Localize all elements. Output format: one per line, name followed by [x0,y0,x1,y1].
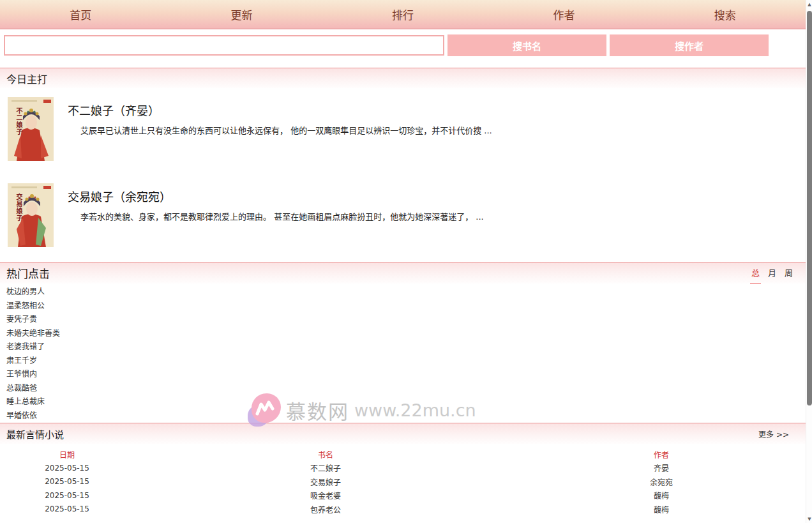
cell-author: 齐晏 [517,461,806,475]
hot-list-item[interactable]: 睡上总裁床 [6,395,806,409]
cell-book-title[interactable]: 包养老公 [134,503,517,517]
col-header-title: 书名 [134,447,517,461]
nav-item-home[interactable]: 首页 [0,6,161,22]
cell-date: 2025-05-15 [0,461,134,475]
cell-date: 2025-05-15 [0,503,134,517]
hot-list-item[interactable]: 妻凭子贵 [6,313,806,327]
scrollbar-thumb[interactable] [807,11,812,406]
hot-list: 枕边的男人 温柔怒相公 妻凭子贵 未婚夫绝非善类 老婆我错了 肃王千岁 王爷惧内… [0,284,806,423]
cell-author: 馥梅 [517,503,806,517]
nav-item-authors[interactable]: 作者 [483,6,644,22]
page: 首页 更新 排行 作者 搜索 搜书名 搜作者 今日主打 [0,0,806,523]
search-bar: 搜书名 搜作者 [4,34,806,56]
book-cover-1-title: 不二娘子 [14,107,24,135]
hot-tabs: 总 月 周 [750,262,794,284]
tab-month[interactable]: 月 [767,262,778,284]
hot-list-item[interactable]: 未婚夫绝非善类 [6,327,806,341]
table-row: 2025-05-15 交易娘子 余宛宛 [0,475,806,489]
hot-list-item[interactable]: 总裁酷爸 [6,382,806,396]
hot-list-item[interactable]: 老婆我错了 [6,340,806,354]
table-header-row: 日期 书名 作者 [0,447,806,461]
vertical-scrollbar[interactable]: ▲ ▼ [806,0,812,523]
cell-date: 2025-05-15 [0,475,134,489]
book-title-2[interactable]: 交易娘子（余宛宛） [68,188,484,204]
latest-novels-table: 日期 书名 作者 2025-05-15 不二娘子 齐晏 2025-05-15 交… [0,447,806,516]
book-cover-2[interactable]: 交易娘子 [8,183,54,247]
latest-section-title: 最新言情小说 [6,427,64,441]
hot-list-item[interactable]: 王爷惧内 [6,368,806,382]
featured-section-title: 今日主打 [6,71,47,86]
cell-author: 余宛宛 [517,475,806,489]
tab-total[interactable]: 总 [750,262,761,284]
hot-list-item[interactable]: 肃王千岁 [6,354,806,368]
book-title-1[interactable]: 不二娘子（齐晏） [68,102,492,118]
table-row: 2025-05-15 包养老公 馥梅 [0,503,806,517]
search-author-button[interactable]: 搜作者 [610,34,769,56]
table-row: 2025-05-15 吸金老婆 馥梅 [0,489,806,503]
nav-item-search[interactable]: 搜索 [645,6,806,22]
search-input[interactable] [4,35,444,56]
cell-book-title[interactable]: 吸金老婆 [134,489,517,503]
hot-section-title: 热门点击 [6,265,50,281]
more-link[interactable]: 更多 >> [758,428,789,439]
table-row: 2025-05-15 不二娘子 齐晏 [0,461,806,475]
latest-section-header: 最新言情小说 更多 >> [0,423,806,444]
tab-week[interactable]: 周 [783,262,794,284]
cell-author: 馥梅 [517,489,806,503]
cell-book-title[interactable]: 交易娘子 [134,475,517,489]
cell-date: 2025-05-15 [0,489,134,503]
search-book-button[interactable]: 搜书名 [447,34,606,56]
book-info-2: 交易娘子（余宛宛） 李若水的美貌、身家，都不是教耶律烈爱上的理由。 甚至在她画粗… [68,183,484,247]
hot-list-item[interactable]: 温柔怒相公 [6,299,806,314]
hot-list-item[interactable]: 早婚依依 [6,409,806,423]
featured-book-1: 不二娘子 不二娘子（齐晏） 艾辰早已认清世上只有没生命的东西可以让他永远保有， … [8,97,806,161]
book-info-1: 不二娘子（齐晏） 艾辰早已认清世上只有没生命的东西可以让他永远保有， 他的一双鹰… [68,97,492,161]
hot-list-item[interactable]: 枕边的男人 [6,285,806,299]
nav-item-updates[interactable]: 更新 [161,6,322,22]
book-desc-2: 李若水的美貌、身家，都不是教耶律烈爱上的理由。 甚至在她画粗眉点麻脸扮丑时，他就… [68,210,484,222]
cell-book-title[interactable]: 不二娘子 [134,461,517,475]
top-nav: 首页 更新 排行 作者 搜索 [0,0,806,29]
book-cover-1[interactable]: 不二娘子 [8,97,54,161]
col-header-author: 作者 [517,447,806,461]
col-header-date: 日期 [0,447,134,461]
hot-section-header: 热门点击 总 月 周 [0,262,806,284]
featured-book-2: 交易娘子 交易娘子（余宛宛） 李若水的美貌、身家，都不是教耶律烈爱上的理由。 甚… [8,183,806,247]
scrollbar-down-arrow-icon[interactable]: ▼ [806,517,812,522]
nav-item-ranking[interactable]: 排行 [322,6,483,22]
scrollbar-up-arrow-icon[interactable]: ▲ [806,2,812,7]
book-desc-1: 艾辰早已认清世上只有没生命的东西可以让他永远保有， 他的一双鹰眼隼目足以辨识一切… [68,124,492,136]
book-cover-2-title: 交易娘子 [14,193,24,222]
featured-section-header: 今日主打 [0,68,806,88]
